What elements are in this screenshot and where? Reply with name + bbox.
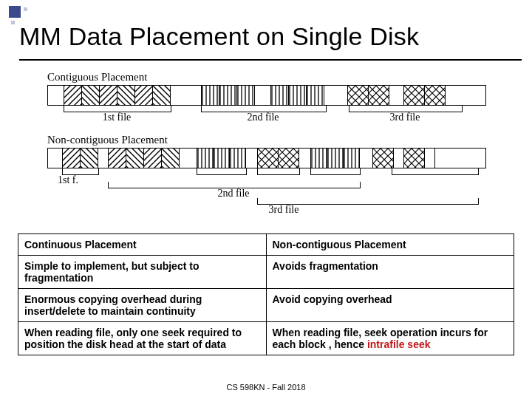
title-rule <box>19 59 522 61</box>
contiguous-label: Contiguous Placement <box>47 71 485 83</box>
table-cell: Avoid copying overhead <box>266 289 514 322</box>
slide: MM Data Placement on Single Disk Contigu… <box>0 0 532 399</box>
noncontiguous-label: Non-contiguous Placement <box>47 134 485 146</box>
table-row: When reading file, only one seek require… <box>18 322 514 355</box>
table-cell: Enormous copying overhead during insert/… <box>18 289 267 322</box>
placement-diagram: Contiguous Placement <box>47 71 485 219</box>
noncontig-brackets-row3: 3rd file <box>47 202 485 219</box>
table-row: Simple to implement, but subject to frag… <box>18 256 514 289</box>
bracket-label: 3rd file <box>349 112 461 123</box>
bracket-label: 1st file <box>64 112 170 123</box>
bracket-label: 3rd file <box>158 204 409 216</box>
intrafile-seek-text: intrafile seek <box>367 338 431 350</box>
table-cell: When reading file, seek operation incurs… <box>266 322 514 355</box>
table-cell: When reading file, only one seek require… <box>18 322 267 355</box>
noncontiguous-strip <box>47 148 486 168</box>
table-header: Non-contiguous Placement <box>266 234 514 256</box>
slide-title: MM Data Placement on Single Disk <box>19 22 419 51</box>
comparison-table: Continuous Placement Non-contiguous Plac… <box>18 233 514 355</box>
table-row: Enormous copying overhead during insert/… <box>18 289 514 322</box>
slide-footer: CS 598KN - Fall 2018 <box>0 383 532 392</box>
table-header-row: Continuous Placement Non-contiguous Plac… <box>18 234 514 256</box>
noncontig-brackets-row1: 1st f. <box>47 168 485 183</box>
table-cell: Avoids fragmentation <box>266 256 514 289</box>
contiguous-strip <box>47 85 486 106</box>
table-cell: Simple to implement, but subject to frag… <box>18 256 267 289</box>
contiguous-brackets: 1st file 2nd file 3rd file <box>47 106 485 126</box>
table-header: Continuous Placement <box>18 234 267 256</box>
bracket-label: 2nd file <box>201 112 325 123</box>
